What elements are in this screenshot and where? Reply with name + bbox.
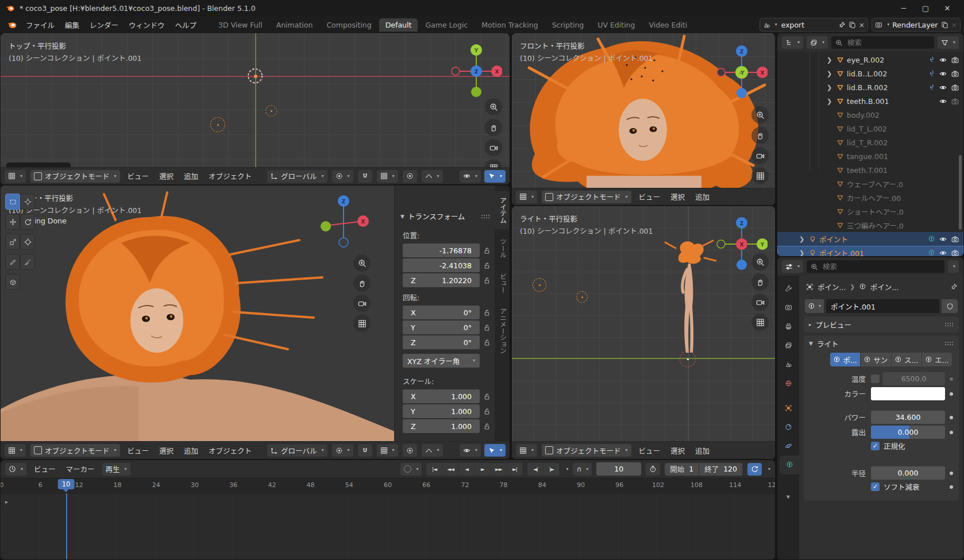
view-menu[interactable]: ビュー [636,445,664,456]
color-swatch[interactable] [871,387,945,400]
select-box-tool[interactable] [5,194,20,210]
normalize-checkbox[interactable]: ✓ [871,442,880,450]
tab-output[interactable] [777,317,799,336]
breadcrumb-object[interactable]: ポイン... [818,281,846,292]
frame-start-field[interactable]: 開始 1 [665,463,699,476]
light-type-button[interactable]: ス... [892,353,921,366]
rotation-mode-dropdown[interactable]: XYZ オイラー角▾ [403,354,480,368]
disable-render-camera-icon[interactable] [951,84,959,91]
scene-name-input[interactable] [780,20,835,30]
object-menu[interactable]: オブジェクト [206,171,255,181]
editor-type-button[interactable]: ▾ [516,444,537,457]
outliner-item[interactable]: ❯ lid.B..L.002 [777,67,963,80]
pivot-dropdown[interactable]: ▾ [332,444,353,457]
outliner-item[interactable]: ❯ ウェーブヘアー.0 [777,177,963,191]
gizmo-toggle[interactable]: ▾ [484,170,506,183]
power-field[interactable]: 34.600 [871,411,945,424]
outliner-item[interactable]: ❯ ショートヘアー.0 [777,204,963,218]
tab-view-layer[interactable] [777,336,799,355]
add-menu[interactable]: 追加 [692,445,712,456]
animate-dot-icon[interactable] [950,392,953,396]
outliner-search[interactable] [831,36,934,49]
snap-dropdown[interactable]: ▾ [377,444,398,457]
n-panel-tab[interactable]: アイテム [495,191,510,229]
outliner-item[interactable]: ❯ body.002 [777,108,963,122]
disable-render-camera-icon[interactable] [951,98,959,105]
menu-item[interactable]: ヘルプ [170,18,202,32]
scale-value-field[interactable]: X1.000 [403,389,480,403]
breadcrumb-data[interactable]: ポイン... [870,281,899,292]
gizmo-toggle[interactable]: ▾ [484,444,506,457]
mode-dropdown[interactable]: オブジェクトモード▾ [542,444,631,457]
outliner-item[interactable]: ❯ 三つ編みヘアー.0 [777,218,963,232]
disable-render-camera-icon[interactable] [951,249,959,257]
hide-eye-icon[interactable] [939,98,947,105]
pan-hand-button[interactable] [751,127,769,144]
editor-type-button[interactable]: ▾ [516,191,537,203]
workspace-tab[interactable]: Motion Tracking [475,18,544,32]
expand-icon[interactable]: ❯ [827,70,834,78]
light-datablock-dropdown[interactable]: ▾ [805,299,824,313]
tab-render[interactable] [777,298,799,317]
playback-menu[interactable]: 再生▾ [102,463,130,476]
expand-icon[interactable]: ❯ [827,84,834,91]
n-panel-tab[interactable]: ツール [495,233,510,264]
orientation-dropdown[interactable]: グローバル▾ [267,170,327,183]
animate-dot-icon[interactable] [950,416,953,419]
light-type-button[interactable]: ポ... [830,353,860,366]
pin-icon[interactable] [950,283,958,291]
timeline-ruler[interactable]: 0612182430364248546066727884909610210811… [1,478,775,494]
playhead-line[interactable] [66,493,67,559]
workspace-tab[interactable]: Default [379,18,418,32]
expand-icon[interactable]: ❯ [799,249,806,257]
properties-search[interactable] [807,260,944,273]
pin-icon[interactable] [838,21,846,29]
annotate-tool[interactable] [5,254,20,270]
outliner-item[interactable]: ❯ ポイント [777,232,963,246]
outliner-scrollbar[interactable] [959,155,962,230]
lock-icon[interactable] [483,247,491,254]
panel-grip-icon[interactable] [944,322,954,327]
close-button[interactable]: ✕ [936,1,958,16]
proportional-edit-toggle[interactable] [403,444,417,457]
editor-type-button[interactable]: ▾ [5,463,26,476]
pan-hand-button[interactable] [485,119,502,136]
light-type-button[interactable]: エ... [922,353,952,366]
outliner-item[interactable]: ❯ lid.B..R.002 [777,80,963,94]
tab-object[interactable] [777,399,799,418]
navigation-gizmo[interactable]: Z -Y X [716,43,768,102]
expand-icon[interactable]: ❯ [827,56,834,64]
datablock-name-field[interactable]: ポイント.001 [826,299,939,313]
rotation-value-field[interactable]: X0° [403,306,480,319]
playback-button[interactable]: ◄◄ [442,463,458,476]
hide-eye-icon[interactable] [939,235,947,243]
viewport-side[interactable]: ライト・平行投影 (10) シーンコレクション | ポイント.001 Z X Y… [512,206,775,459]
frame-end-field[interactable]: 終了 120 [699,463,743,476]
animate-dot-icon[interactable] [950,377,953,381]
lock-icon[interactable] [483,262,491,269]
frame-step-button[interactable]: ◄| [527,463,543,476]
preview-panel-header[interactable]: ▸ プレビュー [804,316,959,333]
rotation-value-field[interactable]: Z0° [403,335,480,349]
light-empty-marker[interactable] [533,278,546,292]
playback-button[interactable]: ◄ [458,463,475,476]
proportional-edit-toggle[interactable] [403,170,417,183]
visibility-dropdown[interactable]: ▾ [460,170,481,183]
use-preview-range-toggle[interactable] [646,463,660,476]
expand-icon[interactable]: ❯ [799,235,806,243]
workspace-tab[interactable]: UV Editing [591,18,641,32]
object-menu[interactable]: オブジェクト [206,445,255,456]
lock-icon[interactable] [483,277,491,284]
navigation-gizmo[interactable]: Z X [318,192,369,252]
scene-selector[interactable]: ▾ × [759,18,869,32]
zoom-button[interactable] [353,254,371,272]
proportional-falloff-dropdown[interactable]: ▾ [422,170,443,183]
select-menu[interactable]: 選択 [156,445,176,456]
workspace-tab[interactable]: Animation [270,18,319,32]
timeline-view-menu[interactable]: ビュー [31,464,59,474]
temperature-checkbox[interactable] [871,374,880,383]
playback-button[interactable]: |◄ [426,463,442,476]
toggle-ortho-button[interactable] [751,314,769,331]
add-menu[interactable]: 追加 [181,171,201,181]
location-value-field[interactable]: Z1.20220 [403,273,480,287]
